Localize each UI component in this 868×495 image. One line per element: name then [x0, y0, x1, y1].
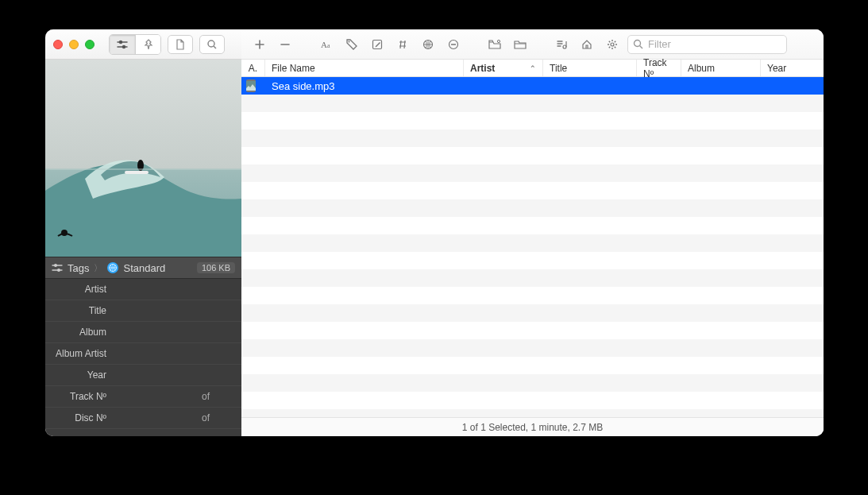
metadata-row[interactable]: Disc Nº of: [45, 408, 241, 429]
number-icon[interactable]: [392, 35, 413, 54]
gear-icon[interactable]: [602, 35, 623, 54]
home-icon[interactable]: [577, 35, 597, 54]
cell-filename: Sea side.mp3: [265, 80, 464, 92]
chevron-up-icon: ⌃: [530, 64, 536, 72]
svg-point-3: [123, 45, 125, 48]
circle-minus-icon[interactable]: [443, 35, 464, 54]
metadata-key: Album Artist: [45, 348, 113, 359]
column-album[interactable]: Album: [681, 60, 761, 76]
svg-point-14: [110, 265, 117, 272]
column-header: A. File Name Artist⌃ Title Track Nº Albu…: [241, 60, 824, 77]
svg-line-32: [615, 41, 615, 41]
metadata-row[interactable]: Track Nº of: [45, 386, 241, 408]
titlebar-left: [45, 29, 241, 60]
svg-point-12: [55, 265, 57, 267]
window-controls: [53, 40, 95, 49]
svg-text:a: a: [327, 42, 330, 49]
svg-point-25: [611, 43, 614, 46]
main-panel: Aa A. File Name Artist⌃ Title Track Nº: [241, 29, 824, 436]
sidebar: Tags 〉 Standard 106 KB Artist Title Albu…: [45, 29, 241, 436]
svg-point-7: [137, 160, 144, 171]
svg-point-9: [61, 230, 68, 236]
document-icon[interactable]: [168, 35, 193, 54]
artwork-thumb-icon: [246, 79, 256, 92]
svg-point-4: [208, 41, 214, 47]
tag-set-label: Standard: [123, 262, 165, 274]
metadata-row[interactable]: Album Artist: [45, 343, 241, 365]
metadata-suffix: of: [202, 412, 241, 423]
svg-point-34: [635, 41, 641, 47]
globe-icon[interactable]: [418, 35, 438, 54]
svg-rect-8: [125, 171, 149, 174]
sliders-icon: [52, 263, 63, 273]
status-bar: 1 of 1 Selected, 1 minute, 2.7 MB: [241, 417, 824, 436]
svg-point-22: [497, 40, 500, 42]
table-row[interactable]: Sea side.mp3: [241, 77, 824, 95]
search-icon[interactable]: [199, 35, 225, 54]
svg-rect-18: [373, 40, 382, 48]
filter-input[interactable]: [648, 38, 781, 50]
svg-line-35: [640, 46, 643, 49]
filter-field[interactable]: [627, 35, 787, 54]
toolbar: Aa: [241, 29, 824, 60]
metadata-key: Artist: [45, 284, 113, 295]
svg-line-33: [609, 46, 610, 47]
metadata-key: Disc Nº: [45, 412, 113, 423]
tag-icon[interactable]: [341, 35, 362, 54]
file-rows: Sea side.mp3: [241, 77, 824, 417]
chevron-right-icon: 〉: [94, 262, 102, 274]
app-window: Tags 〉 Standard 106 KB Artist Title Albu…: [45, 29, 824, 436]
svg-rect-6: [45, 60, 241, 257]
status-text: 1 of 1 Selected, 1 minute, 2.7 MB: [462, 422, 603, 433]
svg-text:A: A: [321, 40, 327, 49]
column-artist[interactable]: Artist⌃: [464, 60, 543, 76]
svg-point-24: [563, 45, 566, 48]
music-list-icon[interactable]: [551, 35, 572, 54]
metadata-key: Year: [45, 369, 113, 381]
row-stripes: [241, 77, 824, 417]
minus-icon[interactable]: [275, 35, 295, 54]
folder-icon[interactable]: [510, 35, 530, 54]
column-track[interactable]: Track Nº: [637, 60, 681, 76]
svg-point-2: [120, 41, 122, 43]
metadata-list: Artist Title Album Album Artist Year: [45, 279, 241, 436]
svg-rect-36: [246, 81, 256, 91]
file-size-badge: 106 KB: [197, 262, 235, 273]
svg-line-31: [615, 46, 615, 47]
column-title[interactable]: Title: [543, 60, 637, 76]
metadata-key: Track Nº: [45, 391, 113, 402]
metadata-row[interactable]: Year: [45, 365, 241, 386]
svg-line-30: [609, 41, 610, 41]
metadata-row[interactable]: Title: [45, 300, 241, 322]
column-artwork[interactable]: A.: [241, 60, 265, 76]
tags-label: Tags: [68, 262, 89, 274]
svg-point-19: [424, 40, 433, 48]
metadata-suffix: of: [202, 391, 241, 402]
sliders-icon[interactable]: [110, 35, 135, 54]
minimize-icon[interactable]: [69, 40, 79, 49]
plus-icon[interactable]: [249, 35, 270, 54]
column-year[interactable]: Year: [761, 60, 804, 76]
tags-header[interactable]: Tags 〉 Standard 106 KB: [45, 257, 241, 279]
metadata-row[interactable]: Artist: [45, 279, 241, 300]
svg-point-17: [349, 41, 350, 42]
album-art: [45, 60, 241, 257]
search-icon: [633, 39, 643, 49]
folder-open-icon[interactable]: [484, 35, 505, 54]
metadata-key: Title: [45, 305, 113, 316]
metadata-row[interactable]: Album: [45, 322, 241, 343]
column-filename[interactable]: File Name: [265, 60, 464, 76]
view-mode-group: [109, 34, 161, 55]
font-icon[interactable]: Aa: [316, 35, 337, 54]
pin-icon[interactable]: [135, 35, 160, 54]
svg-point-20: [449, 40, 458, 48]
globe-icon: [107, 262, 118, 273]
zoom-icon[interactable]: [85, 40, 95, 49]
edit-icon[interactable]: [367, 35, 388, 54]
svg-line-5: [214, 46, 216, 48]
close-icon[interactable]: [53, 40, 63, 49]
svg-point-13: [58, 269, 60, 272]
metadata-key: Album: [45, 327, 113, 338]
